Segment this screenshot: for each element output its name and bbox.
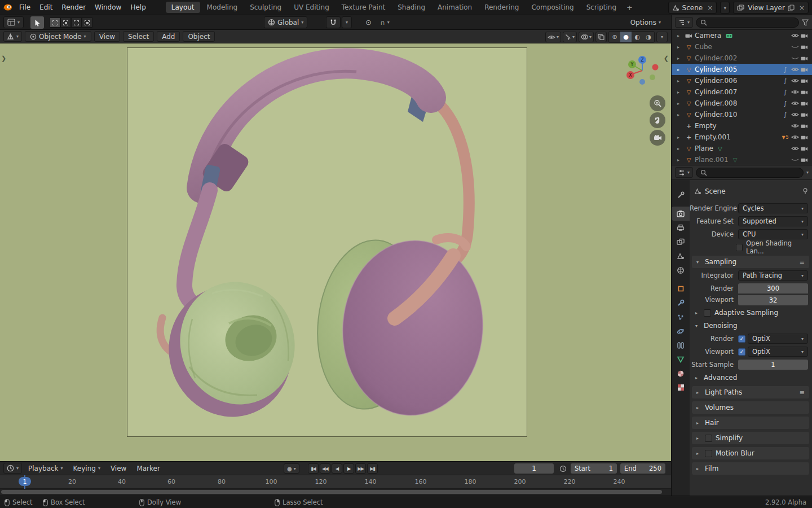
denoise-render-dropdown[interactable]: OptiX▾	[748, 334, 808, 344]
select-mode-extend[interactable]	[60, 17, 71, 28]
simplify-section-header[interactable]: ▸ Simplify	[692, 432, 809, 444]
timeline-scrollbar[interactable]	[1, 490, 662, 494]
outliner-row[interactable]: ▸ ▽ Plane ▽	[672, 143, 812, 154]
shading-solid-button[interactable]: ●	[620, 32, 632, 42]
expand-icon[interactable]: ▸	[677, 78, 684, 84]
transform-orientation-dropdown[interactable]: Global ▾	[264, 16, 307, 28]
outliner-search-input[interactable]	[696, 17, 799, 28]
menu-window[interactable]: Window	[90, 0, 126, 15]
device-dropdown[interactable]: CPU▾	[738, 229, 808, 239]
denoise-render-checkbox[interactable]: ✓	[738, 335, 745, 343]
menu-object[interactable]: Object	[183, 31, 215, 42]
workspace-tab[interactable]: Compositing	[526, 2, 579, 13]
play-button[interactable]: ▶	[343, 463, 354, 474]
pin-icon[interactable]	[802, 188, 808, 195]
properties-options-icon[interactable]: ▾	[806, 170, 809, 175]
workspace-tab[interactable]: Rendering	[479, 2, 524, 13]
render-engine-dropdown[interactable]: Cycles▾	[738, 203, 808, 213]
tab-view-layer[interactable]	[673, 235, 689, 249]
workspace-tab[interactable]: Texture Paint	[336, 2, 391, 13]
expand-icon[interactable]: ▸	[677, 112, 684, 117]
pan-button[interactable]	[650, 112, 665, 128]
simplify-checkbox[interactable]	[705, 435, 712, 442]
render-visibility-icon[interactable]	[800, 112, 809, 118]
outliner-row[interactable]: ▸ Camera	[672, 30, 812, 41]
play-reverse-button[interactable]: ◀	[332, 463, 342, 474]
expand-icon[interactable]: ▸	[677, 67, 684, 72]
tab-object-data[interactable]	[673, 352, 689, 366]
hide-eye-icon[interactable]	[790, 112, 800, 117]
remove-layer-icon[interactable]: ×	[799, 4, 805, 12]
denoise-viewport-checkbox[interactable]: ✓	[738, 348, 745, 356]
scene-unlink-icon[interactable]: ×	[707, 4, 713, 12]
xray-toggle[interactable]	[595, 32, 607, 42]
workspace-tab[interactable]: Sculpting	[244, 2, 287, 13]
hide-eye-icon[interactable]	[790, 134, 800, 140]
frame-start-field[interactable]: Start 1	[571, 463, 617, 474]
workspace-tab[interactable]: UV Editing	[288, 2, 335, 13]
presets-icon[interactable]: ≡	[800, 389, 805, 396]
next-keyframe-button[interactable]: ▶▶	[355, 463, 366, 474]
frame-end-field[interactable]: End 250	[620, 463, 665, 474]
render-visibility-icon[interactable]	[800, 89, 809, 95]
shading-rendered-button[interactable]: ◑	[643, 32, 654, 42]
menu-view[interactable]: View	[107, 465, 130, 472]
outliner-row[interactable]: ▸ ▽ Plane.001 ▽	[672, 154, 812, 165]
camera-view-button[interactable]	[650, 130, 665, 146]
hide-eye-icon[interactable]	[790, 100, 800, 106]
menu-render[interactable]: Render	[57, 0, 90, 15]
menu-help[interactable]: Help	[126, 0, 150, 15]
workspace-tab[interactable]: Modeling	[201, 2, 244, 13]
denoise-viewport-dropdown[interactable]: OptiX▾	[748, 347, 808, 357]
add-workspace-button[interactable]: +	[623, 3, 636, 12]
workspace-tab[interactable]: Shading	[392, 2, 431, 13]
headphones-model[interactable]	[127, 48, 527, 436]
expand-icon[interactable]: ▸	[677, 135, 684, 140]
advanced-header[interactable]: ▸ Advanced	[695, 372, 808, 383]
menu-view[interactable]: View	[94, 31, 120, 42]
use-preview-range-icon[interactable]	[559, 465, 567, 472]
render-visibility-icon[interactable]	[800, 157, 809, 163]
expand-icon[interactable]: ▸	[677, 90, 684, 95]
hide-eye-icon[interactable]	[790, 157, 800, 163]
render-visibility-icon[interactable]	[800, 78, 809, 84]
motion-blur-checkbox[interactable]	[705, 450, 712, 457]
jump-to-end-button[interactable]: ▶▮	[367, 463, 378, 474]
menu-select[interactable]: Select	[123, 31, 154, 42]
tab-world[interactable]	[673, 263, 689, 277]
hair-section-header[interactable]: ▸ Hair	[692, 417, 809, 429]
hide-eye-icon[interactable]	[790, 78, 800, 84]
tab-object[interactable]	[673, 282, 689, 296]
scene-browse-button[interactable]: ▾	[720, 2, 730, 14]
workspace-tab[interactable]: Animation	[432, 2, 478, 13]
select-mode-subtract[interactable]	[71, 17, 82, 28]
toolbar-toggle-icon[interactable]: ❯	[1, 55, 6, 62]
new-layer-icon[interactable]	[788, 5, 795, 11]
adaptive-sampling-checkbox[interactable]	[704, 309, 711, 317]
outliner-row[interactable]: ▸ ▽ Cylinder.002	[672, 52, 812, 64]
hide-eye-icon[interactable]	[790, 146, 800, 151]
outliner-row[interactable]: + Empty	[672, 120, 812, 132]
integrator-dropdown[interactable]: Path Tracing▾	[738, 270, 808, 281]
render-visibility-icon[interactable]	[800, 146, 809, 152]
open-shading-checkbox[interactable]	[736, 244, 743, 251]
timeline-editor-type-button[interactable]: ▾	[3, 463, 22, 474]
tab-material[interactable]	[673, 366, 689, 380]
properties-search-input[interactable]	[696, 168, 804, 178]
snap-toggle-button[interactable]	[326, 16, 341, 28]
outliner-row[interactable]: ▸ + Empty.001 ▼5	[672, 132, 812, 143]
outliner-row[interactable]: ▸ ▽ Cylinder.006 ∫	[672, 75, 812, 86]
light-paths-section-header[interactable]: ▸ Light Paths ≡	[692, 386, 809, 398]
start-sample-field[interactable]: 1	[738, 360, 808, 370]
current-frame-field[interactable]: 1	[514, 463, 554, 474]
tab-scene[interactable]	[673, 249, 689, 263]
menu-add[interactable]: Add	[157, 31, 180, 42]
outliner-row[interactable]: ▸ ▽ Cylinder.008 ∫	[672, 98, 812, 109]
tab-constraints[interactable]	[673, 338, 689, 352]
active-tool-button[interactable]	[30, 16, 44, 29]
menu-file[interactable]: File	[15, 0, 35, 15]
workspace-tab[interactable]: Scripting	[581, 2, 622, 13]
adaptive-sampling-header[interactable]: ▸ Adaptive Sampling	[695, 307, 808, 318]
select-mode-set[interactable]	[50, 17, 60, 28]
menu-edit[interactable]: Edit	[35, 0, 57, 15]
